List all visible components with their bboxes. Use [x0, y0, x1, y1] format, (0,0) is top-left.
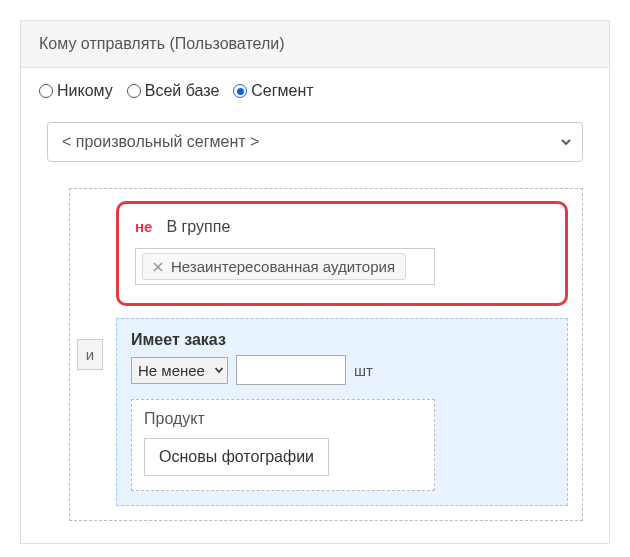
negation-label[interactable]: не — [135, 218, 152, 235]
segment-select-value: < произвольный сегмент > — [62, 133, 259, 150]
close-icon[interactable] — [153, 262, 163, 272]
radio-icon — [39, 84, 53, 98]
group-tag-label: Незаинтересованная аудитория — [171, 258, 395, 275]
panel-title: Кому отправлять (Пользователи) — [39, 35, 285, 52]
radio-segment[interactable]: Сегмент — [233, 82, 313, 100]
product-subrule: Продукт Основы фотографии — [131, 399, 435, 491]
order-comparator-value: Не менее — [138, 362, 205, 379]
chevron-down-icon — [214, 365, 224, 375]
product-value: Основы фотографии — [159, 448, 314, 465]
order-qty-input[interactable] — [236, 355, 346, 385]
group-tag: Незаинтересованная аудитория — [142, 253, 406, 280]
radio-all-label: Всей базе — [145, 82, 220, 100]
product-value-box[interactable]: Основы фотографии — [144, 438, 329, 476]
product-section-label: Продукт — [144, 410, 422, 428]
radio-icon — [127, 84, 141, 98]
order-comparator-select[interactable]: Не менее — [131, 357, 228, 384]
order-qty-row: Не менее шт — [131, 355, 553, 385]
radio-none[interactable]: Никому — [39, 82, 113, 100]
logic-operator-col: и — [70, 189, 110, 520]
and-operator-label: и — [86, 346, 94, 363]
rule-header: не В группе — [135, 218, 549, 236]
rule-in-group-title: В группе — [166, 218, 230, 236]
radio-segment-label: Сегмент — [251, 82, 313, 100]
radio-none-label: Никому — [57, 82, 113, 100]
rule-not-in-group: не В группе Незаинтересованная аудитория — [116, 201, 568, 306]
rules-column: не В группе Незаинтересованная аудитория — [110, 189, 582, 520]
radio-icon — [233, 84, 247, 98]
rule-has-order-title: Имеет заказ — [131, 331, 553, 349]
panel-body: Никому Всей базе Сегмент < произвольный … — [21, 68, 609, 543]
recipient-mode-radios: Никому Всей базе Сегмент — [39, 82, 591, 100]
recipients-panel: Кому отправлять (Пользователи) Никому Вс… — [20, 20, 610, 544]
chevron-down-icon — [560, 136, 572, 148]
and-operator[interactable]: и — [77, 339, 103, 370]
radio-all[interactable]: Всей базе — [127, 82, 220, 100]
panel-header: Кому отправлять (Пользователи) — [21, 21, 609, 68]
order-qty-unit: шт — [354, 362, 373, 379]
group-tag-input[interactable]: Незаинтересованная аудитория — [135, 248, 435, 285]
rule-has-order: Имеет заказ Не менее шт Продукт — [116, 318, 568, 506]
segment-select[interactable]: < произвольный сегмент > — [47, 122, 583, 162]
segment-rules: и не В группе Незаинтересованная ау — [69, 188, 583, 521]
